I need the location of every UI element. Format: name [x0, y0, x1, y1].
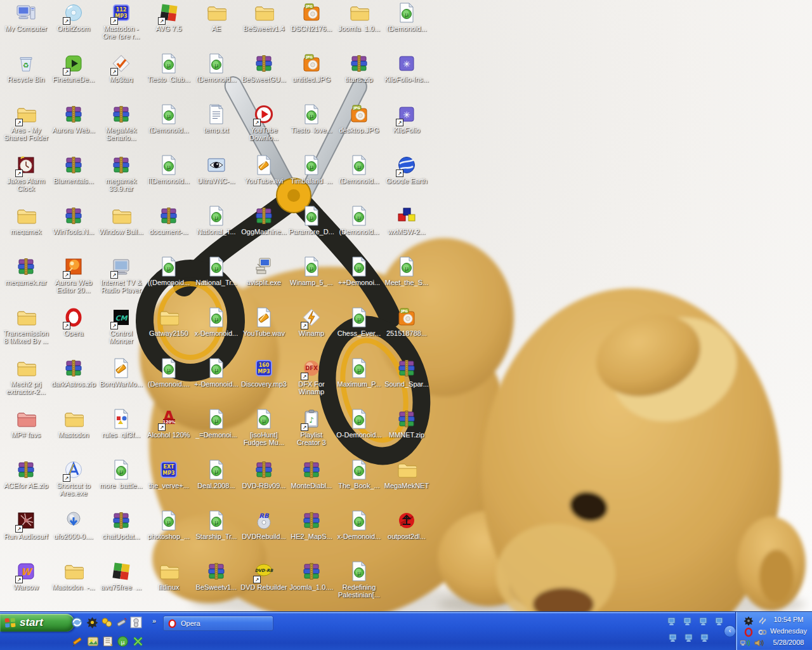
- desktop-icon[interactable]: Window Buil...: [98, 206, 145, 255]
- desktop-icon[interactable]: JPG251518788...: [383, 307, 430, 357]
- desktop-icon[interactable]: Blumentals...: [50, 155, 97, 204]
- desktop-icon[interactable]: ♪↗Playlist Creator 3: [288, 409, 335, 458]
- desktop-icon[interactable]: DFX↗DFX For Winamp: [288, 358, 335, 408]
- desktop-icon[interactable]: titans.zip: [336, 53, 383, 103]
- address-book-icon[interactable]: [102, 635, 114, 647]
- desktop-icon[interactable]: ↗Google Earth: [383, 155, 430, 204]
- desktop-icon[interactable]: ↗FinetuneDe...: [50, 53, 97, 103]
- desktop-icon[interactable]: µTimbaland_...: [288, 155, 335, 204]
- desktop-icon[interactable]: JPGdesktop.JPG: [336, 104, 383, 154]
- desktop-icon[interactable]: µx-Demonoid...: [193, 307, 240, 357]
- tray-app-gear-icon[interactable]: [743, 616, 754, 626]
- desktop-icon[interactable]: ↗Mp3tag: [98, 53, 145, 103]
- desktop-icon[interactable]: ACEfor AE.zip: [3, 460, 49, 509]
- desktop-icon[interactable]: JPGDSCN2176...: [288, 3, 335, 52]
- desktop-icon[interactable]: My Computer: [3, 3, 49, 52]
- desktop-icon[interactable]: µWinamp_5_...: [288, 256, 335, 306]
- desktop-icon[interactable]: avisplit.exe: [240, 256, 287, 306]
- desktop-icon[interactable]: ↗AVG 7.5: [145, 3, 192, 52]
- desktop-icon[interactable]: MMNET.zip: [383, 409, 430, 458]
- desktop-icon[interactable]: megamek 33.9.rar: [98, 155, 145, 204]
- desktop-icon[interactable]: wxMSW-2...: [383, 206, 430, 255]
- desktop-icon[interactable]: µ[[Demonoid...: [145, 155, 192, 204]
- desktop-icon[interactable]: µRedefining Palestinian[...: [336, 561, 383, 611]
- desktop-icon[interactable]: UltraVNC-...: [193, 155, 240, 204]
- desktop-icon[interactable]: DVD-RB↗DVD Rebuilder: [240, 561, 287, 611]
- desktop-icon[interactable]: ↗Shortcut to Ares.exe: [50, 460, 97, 509]
- web-browser-icon[interactable]: [71, 616, 83, 628]
- utorrent-icon[interactable]: µ: [117, 635, 129, 647]
- desktop-icon[interactable]: Sound_Spar...: [383, 358, 430, 408]
- desktop-icon[interactable]: Joomla_1.0...: [336, 3, 383, 52]
- desktop-icon[interactable]: µ(Demonoid...: [383, 3, 430, 52]
- desktop-icon[interactable]: WinTools.N...: [50, 206, 97, 255]
- desktop-icon[interactable]: µThe_Book_...: [336, 460, 383, 509]
- desktop-icon[interactable]: BeSweetGU...: [240, 53, 287, 103]
- desktop-icon[interactable]: ↗YouTube Downlo...: [240, 104, 287, 154]
- desktop-icon[interactable]: µ[isoHunt] Fudges Mu...: [240, 409, 287, 458]
- desktop-icon[interactable]: ↗Opera: [50, 307, 97, 357]
- desktop-icon[interactable]: EXTMP3the_verve+...: [145, 460, 192, 509]
- desktop-icon[interactable]: document-...: [145, 206, 192, 255]
- desktop-icon[interactable]: µ(Demonoid...: [193, 53, 240, 103]
- desktop-icon[interactable]: OggMachine...: [240, 206, 287, 255]
- desktop-icon[interactable]: ufo2000-0....: [50, 510, 97, 560]
- quick-launch-overflow-chevron[interactable]: »: [152, 617, 156, 625]
- desktop-icon[interactable]: megamek.rar: [3, 256, 49, 306]
- blue-app-icon[interactable]: [699, 632, 710, 643]
- desktop-icon[interactable]: µChess_Ever...: [336, 307, 383, 357]
- desktop-icon[interactable]: ♻Recycle Bin: [3, 53, 49, 103]
- blue-app-icon[interactable]: [682, 616, 693, 627]
- desktop-icon[interactable]: µ(Demonoid...: [336, 206, 383, 255]
- desktop-icon[interactable]: µ(Demonoid....: [145, 358, 192, 408]
- gear-app-icon[interactable]: [86, 616, 98, 628]
- desktop-icon[interactable]: µStarship_Tr...: [193, 510, 240, 560]
- desktop-icon[interactable]: µ+-Demonoid...: [193, 358, 240, 408]
- tray-volume-icon[interactable]: [754, 638, 764, 648]
- blue-app-icon[interactable]: [683, 632, 694, 643]
- desktop-icon[interactable]: µTiesto_Club...: [145, 53, 192, 103]
- clock[interactable]: 10:54 PM Wednesday 5/28/2008: [766, 614, 811, 648]
- desktop-icon[interactable]: YouTube.avi: [240, 155, 287, 204]
- desktop-icon[interactable]: Aurora Web...: [50, 104, 97, 154]
- blue-app-icon[interactable]: [698, 616, 709, 627]
- tray-network-icon[interactable]: [740, 638, 750, 648]
- desktop-icon[interactable]: Mastodon_-...: [50, 561, 97, 611]
- desktop-icon-grid[interactable]: My Computer↗OrbitZoom112MP3↗Mastodon - O…: [0, 0, 438, 612]
- desktop-icon[interactable]: Trancemission 8 [Mixed By ...: [3, 307, 49, 357]
- desktop-icon[interactable]: ↗Aurora Web Editor 20...: [50, 256, 97, 306]
- desktop-icon[interactable]: AE: [193, 3, 240, 52]
- green-x-app-icon[interactable]: [132, 635, 144, 647]
- desktop-icon[interactable]: ↗Ares - My Shared Folder: [3, 104, 49, 154]
- desktop-icon[interactable]: CM↗Control Monger: [98, 307, 145, 357]
- desktop-icon[interactable]: µMaximum_P...: [336, 358, 383, 408]
- desktop-icon[interactable]: MegaMek Senario...: [98, 104, 145, 154]
- desktop-icon[interactable]: µ((Demonoid...: [145, 256, 192, 306]
- tray-opera-icon[interactable]: [743, 627, 754, 637]
- desktop-icon[interactable]: µTiesto_love...: [288, 104, 335, 154]
- desktop-icon[interactable]: darkAstros.zip: [50, 358, 97, 408]
- taskbar-window-button-opera[interactable]: Opera: [163, 616, 273, 631]
- desktop-icon[interactable]: µNational_Tr...: [193, 256, 240, 306]
- desktop-icon[interactable]: µ++Demonoi...: [336, 256, 383, 306]
- pet-app-icon[interactable]: [130, 616, 142, 628]
- desktop-icon[interactable]: ↗Winamp: [288, 307, 335, 357]
- desktop-icon[interactable]: rules_gif3f...: [98, 409, 145, 458]
- desktop-icon[interactable]: RBDVDRebuild...: [240, 510, 287, 560]
- desktop-icon[interactable]: µmore_battle...: [98, 460, 145, 509]
- desktop-icon[interactable]: 112MP3↗Mastodon - One (pre r...: [98, 3, 145, 52]
- desktop-icon[interactable]: µ_=Demonoi...: [193, 409, 240, 458]
- desktop-icon[interactable]: 160MP3Discovery.mp3: [240, 358, 287, 408]
- desktop-icon[interactable]: megamek: [3, 206, 49, 255]
- desktop-icon[interactable]: ✳KlipFolio-Ins...: [383, 53, 430, 103]
- desktop-icon[interactable]: BorgWarMo...: [98, 358, 145, 408]
- desktop-icon[interactable]: JPGuntitled.JPG: [288, 53, 335, 103]
- blue-app-icon[interactable]: [714, 616, 724, 627]
- photo-viewer-icon[interactable]: [87, 635, 99, 647]
- desktop-icon[interactable]: µx-Demonoid...: [336, 510, 383, 560]
- desktop-icon[interactable]: Joomla_1.0....: [288, 561, 335, 611]
- desktop-icon[interactable]: chatUpdat...: [98, 510, 145, 560]
- desktop-icon[interactable]: ↗OrbitZoom: [50, 3, 97, 52]
- start-button[interactable]: start: [0, 614, 74, 632]
- desktop-icon[interactable]: BeSweetv1.4: [240, 3, 287, 52]
